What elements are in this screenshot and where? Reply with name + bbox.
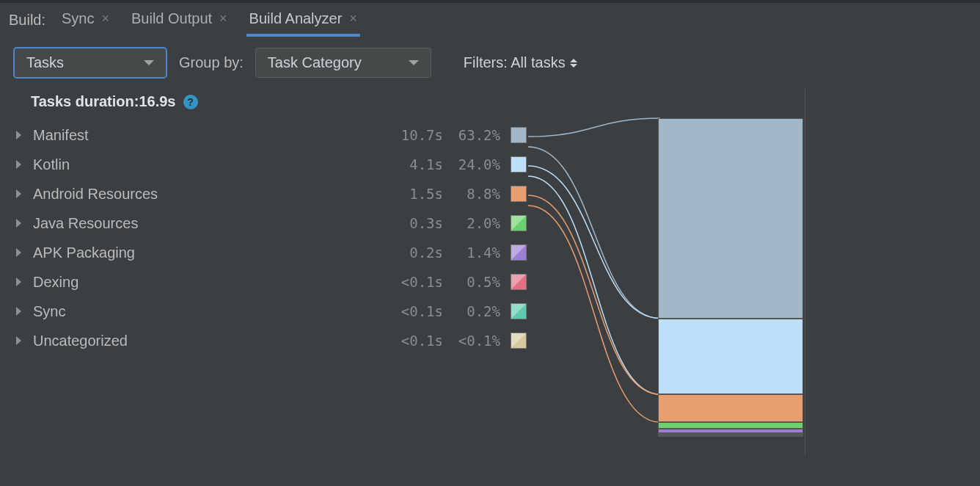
chevron-down-icon — [144, 60, 154, 65]
tab-label: Build Output — [131, 10, 212, 27]
chart-panel — [527, 89, 805, 456]
task-duration: 0.2s — [387, 244, 443, 261]
duration-title-prefix: Tasks duration: — [31, 93, 139, 110]
color-swatch — [511, 274, 527, 290]
stacked-bar — [658, 118, 803, 435]
group-by-dropdown-label: Task Category — [268, 54, 362, 71]
task-duration: 10.7s — [387, 127, 443, 143]
sort-icon — [570, 59, 577, 68]
color-swatch — [511, 127, 527, 143]
chevron-down-icon — [409, 60, 419, 65]
task-row[interactable]: Uncategorized<0.1s<0.1% — [13, 326, 527, 355]
view-dropdown[interactable]: Tasks — [13, 47, 167, 79]
task-duration: 4.1s — [387, 156, 443, 173]
task-row[interactable]: Manifest10.7s63.2% — [13, 120, 527, 150]
group-by-dropdown[interactable]: Task Category — [255, 48, 431, 78]
task-percent: 0.2% — [443, 303, 500, 319]
filters-dropdown[interactable]: Filters: All tasks — [464, 54, 577, 71]
view-dropdown-label: Tasks — [26, 54, 64, 71]
tasks-panel: Tasks duration: 16.9s ? Manifest10.7s63.… — [13, 89, 527, 456]
task-name: Manifest — [33, 127, 387, 144]
task-row[interactable]: Android Resources1.5s8.8% — [13, 179, 527, 208]
color-swatch — [511, 215, 527, 231]
task-row[interactable]: Dexing<0.1s0.5% — [13, 267, 527, 297]
toolbar: Tasks Group by: Task Category Filters: A… — [0, 37, 980, 89]
tabs-bar: Build: Sync×Build Output×Build Analyzer× — [0, 0, 980, 37]
close-icon[interactable]: × — [102, 11, 110, 26]
close-icon[interactable]: × — [349, 11, 357, 26]
main-panel: Tasks duration: 16.9s ? Manifest10.7s63.… — [0, 89, 980, 456]
chevron-right-icon[interactable] — [16, 160, 21, 169]
task-duration: <0.1s — [387, 303, 443, 319]
filters-label: Filters: All tasks — [464, 54, 566, 71]
connector-line — [528, 166, 660, 394]
task-percent: <0.1% — [443, 333, 500, 349]
tab-label: Build Analyzer — [249, 10, 343, 27]
task-duration: <0.1s — [387, 274, 443, 290]
tab-label: Sync — [62, 10, 94, 27]
task-name: Uncategorized — [33, 333, 387, 349]
task-row[interactable]: APK Packaging0.2s1.4% — [13, 238, 527, 267]
task-name: Dexing — [33, 274, 387, 291]
color-swatch — [511, 244, 527, 261]
task-percent: 24.0% — [443, 156, 500, 173]
task-name: APK Packaging — [33, 244, 387, 261]
task-percent: 1.4% — [443, 244, 500, 261]
task-percent: 2.0% — [443, 215, 500, 231]
stack-segment — [658, 422, 803, 429]
color-swatch — [511, 333, 527, 349]
task-percent: 8.8% — [443, 186, 500, 202]
connector-line — [528, 118, 660, 319]
tab-build-analyzer[interactable]: Build Analyzer× — [246, 3, 360, 37]
task-row[interactable]: Sync<0.1s0.2% — [13, 297, 527, 326]
build-label: Build: — [9, 12, 45, 29]
tab-build-output[interactable]: Build Output× — [128, 3, 230, 37]
chevron-right-icon[interactable] — [16, 307, 21, 316]
task-percent: 63.2% — [443, 127, 500, 143]
stack-segment — [658, 118, 803, 319]
chevron-right-icon[interactable] — [16, 278, 21, 286]
task-list: Manifest10.7s63.2%Kotlin4.1s24.0%Android… — [13, 120, 527, 355]
task-name: Sync — [33, 303, 387, 320]
connector-line — [528, 195, 660, 422]
stack-segment — [658, 394, 803, 422]
chevron-right-icon[interactable] — [16, 336, 21, 345]
chevron-right-icon[interactable] — [16, 131, 21, 139]
chevron-right-icon[interactable] — [16, 189, 21, 198]
group-by-label: Group by: — [179, 54, 244, 71]
task-name: Kotlin — [33, 156, 387, 173]
task-row[interactable]: Java Resources0.3s2.0% — [13, 208, 527, 238]
color-swatch — [511, 156, 527, 173]
color-swatch — [511, 303, 527, 319]
help-icon[interactable]: ? — [183, 95, 198, 109]
tab-sync[interactable]: Sync× — [59, 3, 112, 37]
duration-total: 16.9s — [139, 93, 175, 110]
task-percent: 0.5% — [443, 274, 500, 290]
tasks-duration-header: Tasks duration: 16.9s ? — [13, 89, 527, 120]
stack-segment — [658, 435, 803, 437]
task-duration: <0.1s — [387, 333, 443, 349]
color-swatch — [511, 186, 527, 202]
task-name: Java Resources — [33, 215, 387, 232]
task-name: Android Resources — [33, 186, 387, 203]
task-duration: 1.5s — [387, 186, 443, 202]
task-row[interactable]: Kotlin4.1s24.0% — [13, 150, 527, 179]
close-icon[interactable]: × — [219, 11, 227, 26]
task-duration: 0.3s — [387, 215, 443, 231]
chevron-right-icon[interactable] — [16, 248, 21, 257]
stack-segment — [658, 319, 803, 395]
chevron-right-icon[interactable] — [16, 219, 21, 228]
